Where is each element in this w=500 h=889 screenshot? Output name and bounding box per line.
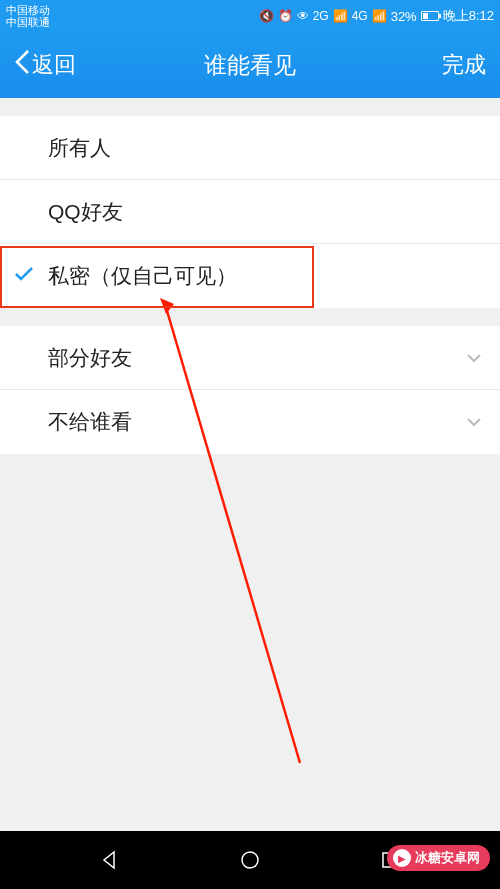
option-hide-from[interactable]: 不给谁看 [0, 390, 500, 454]
done-button[interactable]: 完成 [442, 50, 486, 80]
battery-icon [421, 11, 439, 21]
back-button[interactable]: 返回 [14, 49, 76, 81]
eye-icon: 👁 [297, 9, 309, 23]
option-label: 部分好友 [48, 344, 132, 372]
visibility-options-group-2: 部分好友 不给谁看 [0, 326, 500, 454]
visibility-options-group-1: 所有人 QQ好友 私密（仅自己可见） [0, 116, 500, 308]
option-qq-friends[interactable]: QQ好友 [0, 180, 500, 244]
chevron-down-icon [466, 414, 482, 430]
nav-back-button[interactable] [98, 848, 122, 872]
option-label: QQ好友 [48, 198, 123, 226]
option-private[interactable]: 私密（仅自己可见） [0, 244, 500, 308]
page-title: 谁能看见 [204, 50, 296, 81]
watermark-brand: 冰糖安卓网 [415, 849, 480, 867]
option-label: 所有人 [48, 134, 111, 162]
option-label: 私密（仅自己可见） [48, 262, 237, 290]
chevron-down-icon [466, 350, 482, 366]
option-some-friends[interactable]: 部分好友 [0, 326, 500, 390]
watermark: ▶ 冰糖安卓网 [387, 845, 490, 871]
signal-4g: 4G [352, 9, 368, 23]
mute-icon: 🔇 [259, 9, 274, 23]
carrier-2: 中国联通 [6, 16, 50, 28]
option-label: 不给谁看 [48, 408, 132, 436]
option-everyone[interactable]: 所有人 [0, 116, 500, 180]
carrier-1: 中国移动 [6, 4, 50, 16]
signal-bars-2-icon: 📶 [372, 9, 387, 23]
chevron-left-icon [14, 49, 30, 81]
signal-bars-icon: 📶 [333, 9, 348, 23]
signal-2g: 2G [313, 9, 329, 23]
back-label: 返回 [32, 50, 76, 80]
watermark-logo-icon: ▶ [393, 849, 411, 867]
alarm-icon: ⏰ [278, 9, 293, 23]
header-bar: 返回 谁能看见 完成 [0, 32, 500, 98]
nav-home-button[interactable] [238, 848, 262, 872]
clock-time: 晚上8:12 [443, 7, 494, 25]
status-icons: 🔇 ⏰ 👁 2G 📶 4G 📶 32% 晚上8:12 [259, 7, 494, 25]
svg-point-2 [242, 852, 258, 868]
carrier-info: 中国移动 中国联通 [6, 4, 50, 28]
status-bar: 中国移动 中国联通 🔇 ⏰ 👁 2G 📶 4G 📶 32% 晚上8:12 [0, 0, 500, 32]
battery-percent: 32% [391, 9, 417, 24]
check-icon [14, 265, 34, 287]
